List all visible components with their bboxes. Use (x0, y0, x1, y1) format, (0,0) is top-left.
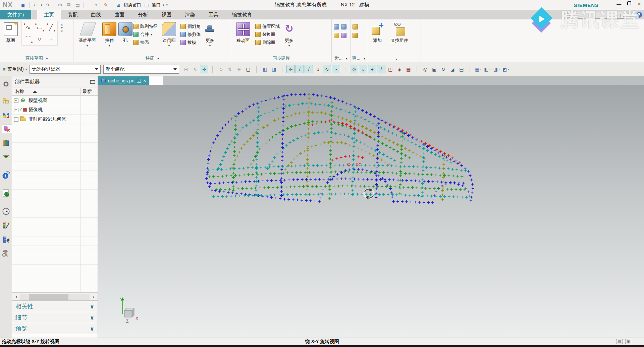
ribbon-tab[interactable]: 曲面 (108, 10, 131, 19)
unite-dropdown-icon[interactable]: ▾ (151, 33, 152, 36)
minimize-button[interactable]: — (616, 1, 621, 7)
gear-spring-icon[interactable] (341, 24, 346, 29)
window-dropdown-icon[interactable]: ▾ (163, 3, 164, 7)
expand-icon[interactable] (14, 117, 18, 122)
status-flag-icon[interactable]: ▨ (616, 339, 623, 344)
ribbon-tab[interactable]: 视图 (155, 10, 178, 19)
tree-row[interactable]: 非时间戳记几何体 (12, 115, 98, 124)
assembly-navigator-icon[interactable] (2, 96, 10, 105)
scrollbar-thumb[interactable] (29, 294, 68, 300)
expand-icon[interactable] (14, 108, 18, 112)
internet-info-icon[interactable]: i (2, 171, 10, 180)
process-studio-icon[interactable] (2, 235, 10, 244)
part-navigator-icon[interactable] (2, 125, 12, 133)
settings-gear-icon[interactable] (2, 80, 10, 88)
rectangle-select-icon[interactable]: ▢ (244, 65, 252, 73)
expand-icon[interactable] (14, 98, 18, 103)
sketch-button[interactable]: 草图 (2, 21, 19, 44)
undock-panel-icon[interactable] (90, 80, 95, 84)
reuse-library-icon[interactable] (2, 139, 10, 147)
zoom-icon[interactable]: ◎ (421, 65, 429, 73)
profile-tool-icon[interactable]: ∿ (23, 22, 33, 32)
group-dialog-icon[interactable]: ▾ (157, 57, 159, 60)
replace-face-button[interactable]: 替换面 (255, 31, 280, 38)
more-sync-button[interactable]: ↻ 更多 ▼ (282, 21, 297, 47)
save-icon[interactable]: ▣ (20, 2, 26, 8)
extrude-button[interactable]: 拉伸 ▼ (101, 21, 118, 47)
viewport-canvas[interactable]: XC (98, 85, 644, 338)
arc-tool-icon[interactable]: ⌒ (23, 34, 33, 44)
panel-section-header[interactable]: 预览 ∨ (12, 323, 98, 334)
tab-close-icon[interactable]: × (143, 78, 146, 83)
chamfer-button[interactable]: 倒斜角 (180, 23, 201, 29)
datum-plane-button[interactable]: 基准平面 ▼ (75, 21, 99, 47)
menu-button[interactable]: ≡ 菜单(M) ▾ (3, 66, 27, 72)
scroll-more-icon[interactable]: ⇟ (61, 29, 63, 33)
switch-window-button[interactable]: 切换窗口 (124, 2, 141, 8)
group-dropdown-icon[interactable]: ▾ (364, 57, 365, 60)
tree-row[interactable]: 模型视图 (12, 96, 98, 105)
cut-icon[interactable]: ✂ (57, 2, 63, 8)
snap-grid-icon[interactable]: ▦ (404, 65, 413, 73)
constraint-navigator-icon[interactable] (2, 111, 10, 119)
delete-face-button[interactable]: 删除面 (255, 40, 280, 46)
snap-point-icon[interactable]: ✛ (286, 65, 295, 73)
ribbon-tab[interactable]: 锦技教育 (225, 10, 259, 19)
snap-arc-icon[interactable]: ∪ (314, 65, 322, 73)
window-layout-icon[interactable]: ▦▾ (474, 65, 482, 73)
scroll-up-icon[interactable]: ▲ (60, 23, 63, 26)
selection-scope-icon[interactable]: ⊞ (182, 65, 190, 73)
point-tool-icon[interactable]: ＋ (46, 34, 56, 44)
switch-window-icon[interactable]: ⊞ (115, 2, 122, 8)
restore-button[interactable] (627, 1, 631, 5)
web-browser-icon[interactable] (2, 189, 10, 198)
group-dropdown-icon[interactable]: ▾ (346, 57, 347, 60)
ribbon-tab[interactable]: 分析 (131, 10, 155, 19)
snap-tangent-icon[interactable]: / (377, 65, 385, 73)
highlight-hidden-icon[interactable]: ⇖ (191, 65, 199, 73)
touch-mode-icon[interactable]: ∴ (87, 2, 93, 8)
line-tool-icon[interactable]: ╱ (46, 22, 56, 32)
window-icon[interactable]: ▢ (143, 2, 150, 8)
paste-icon[interactable]: ▤ (74, 2, 81, 8)
help-icon[interactable]: ? (636, 12, 642, 18)
spring-cubes-icon[interactable] (353, 24, 358, 29)
sort-ascending-icon[interactable] (33, 90, 37, 93)
gear-coil-icon[interactable] (334, 24, 339, 29)
point-on-curve-icon[interactable]: ⊕ (235, 65, 243, 73)
edge-blend-dropdown-icon[interactable]: ▼ (168, 44, 171, 47)
wireframe-view-icon[interactable]: ◨ (270, 65, 278, 73)
command-finder-box[interactable]: ◎ ▣ (569, 11, 626, 19)
snap-pole-icon[interactable]: ∿ (323, 65, 331, 73)
undo-dropdown-icon[interactable]: ▾ (41, 3, 43, 7)
snap-quadrant-icon[interactable]: ◳ (386, 65, 394, 73)
ribbon-tab[interactable]: 渲染 (178, 10, 202, 19)
shell-button[interactable]: 抽壳 (133, 40, 158, 46)
more-feature-dropdown-icon[interactable]: ▼ (209, 44, 212, 47)
more-feature-button[interactable]: 更多 ▼ (203, 21, 217, 47)
circle-tool-icon[interactable]: ○ (35, 34, 45, 44)
gear-whisk-icon[interactable] (341, 33, 346, 38)
gear-donut-icon[interactable] (334, 33, 339, 38)
view-cube-icon[interactable]: ◨▾ (492, 65, 501, 73)
ribbon-tab[interactable]: 工具 (202, 10, 225, 19)
scroll-right-icon[interactable]: › (90, 294, 97, 299)
snap-curve-icon[interactable]: ~ (332, 65, 340, 73)
offset-region-button[interactable]: 偏置区域 (255, 23, 280, 29)
column-header-name[interactable]: 名称 (15, 88, 24, 94)
panel-section-header[interactable]: 相关性 ∨ (12, 301, 98, 312)
selection-scope-combo[interactable]: 整个装配 (103, 65, 179, 74)
edge-blend-button[interactable]: 边倒圆 ▼ (160, 21, 178, 47)
orient-wcs-icon[interactable]: ⇅ (226, 65, 234, 73)
group-dropdown-icon[interactable]: ▾ (395, 58, 397, 61)
tab-file[interactable]: 文件(F) (0, 10, 31, 19)
minimize-ribbon-icon[interactable]: ∧ (630, 13, 633, 17)
ribbon-tab[interactable]: 主页 (37, 10, 61, 19)
status-window-icon[interactable]: ▣ (625, 339, 631, 344)
window-button[interactable]: 窗口 (152, 2, 161, 8)
more-sync-dropdown-icon[interactable]: ▼ (288, 44, 291, 47)
scroll-left-icon[interactable]: ‹ (13, 294, 20, 299)
brush-icon[interactable]: ✎ (103, 2, 109, 8)
undo-icon[interactable]: ↶ (32, 2, 39, 8)
part-tab[interactable]: qiche_igs.prt ⌐ × (98, 76, 149, 85)
